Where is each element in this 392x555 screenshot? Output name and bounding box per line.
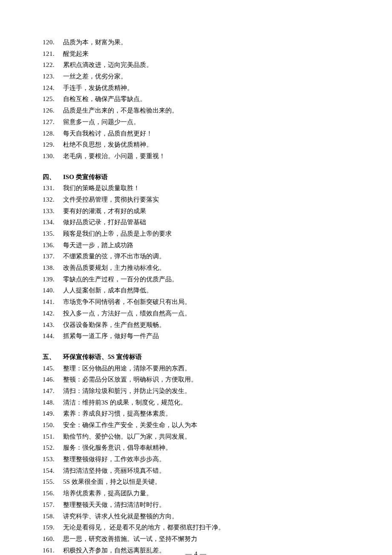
section-5-list: 145.整理：区分物品的用途，清除不要用的东西。146.整顿：必需品分区放置，明… [43,363,349,555]
list-item: 134.做好品质记录，打好品管基础 [43,217,349,228]
list-item: 142.投入多一点，方法好一点，绩效自然高一点。 [43,308,349,319]
item-number: 124. [43,82,63,94]
item-text: 5S 效果很全面，持之以恒是关键。 [63,476,349,488]
item-text: 整顿：必需品分区放置，明确标识，方便取用。 [63,374,349,385]
list-item: 130.老毛病，要根治。小问题，要重视！ [43,150,349,162]
list-item: 150.安全：确保工作生产安全，关爱生命，以人为本 [43,419,349,431]
item-text: 培养优质素养，提高团队力量。 [63,488,349,499]
list-item: 135.顾客是我们的上帝，品质是上帝的要求 [43,228,349,240]
item-number: 128. [43,128,63,139]
heading-text: ISO 类宣传标语 [63,171,349,183]
item-number: 160. [43,533,63,545]
section-4-heading: 四、 ISO 类宣传标语 [43,171,349,183]
item-text: 文件受控易管理，贯彻执行要落实 [63,194,349,205]
item-number: 137. [43,251,63,262]
list-item: 144.抓紧每一道工序，做好每一件产品 [43,330,349,342]
list-item: 154.清扫清洁坚持做，亮丽环境真不错。 [43,465,349,477]
item-number: 123. [43,71,63,82]
item-text: 杜绝不良思想，发扬优质精神。 [63,139,349,150]
item-text: 每天自我检讨，品质自然更好！ [63,128,349,139]
list-item: 160.思一思，研究改善措施。试一试，坚持不懈努力 [43,533,349,545]
list-item: 141.市场竞争不同情弱者，不创新突破只有出局。 [43,296,349,308]
list-item: 128.每天自我检讨，品质自然更好！ [43,128,349,139]
item-text: 醒觉起来 [63,48,349,60]
item-number: 149. [43,408,63,419]
list-item: 156.培养优质素养，提高团队力量。 [43,488,349,499]
list-item: 123.一丝之差，优劣分家。 [43,71,349,82]
item-text: 勤俭节约、爱护公物。以厂为家，共同发展。 [63,431,349,442]
item-number: 122. [43,59,63,71]
item-text: 品质为本，财富为果。 [63,37,349,48]
list-item: 158.讲究科学、讲求人性化就是整顿的方向。 [43,511,349,522]
list-item: 147.清扫：清除垃圾和脏污，并防止污染的发生。 [43,385,349,397]
item-number: 125. [43,93,63,105]
list-item: 122.累积点滴改进，迈向完美品质。 [43,59,349,71]
list-item: 146.整顿：必需品分区放置，明确标识，方便取用。 [43,374,349,385]
item-number: 135. [43,228,63,240]
item-number: 143. [43,319,63,331]
item-text: 无论是看得见， 还是看不见的地方，都要彻底打扫干净。 [63,522,349,533]
item-number: 148. [43,397,63,408]
item-number: 131. [43,182,63,194]
item-number: 127. [43,116,63,128]
item-text: 要有好的灌溉，才有好的成果 [63,205,349,217]
item-number: 120. [43,37,63,48]
section-5-heading: 五、 环保宣传标语、5S 宣传标语 [43,351,349,363]
item-text: 清洁：维持前3S 的成果，制度化，规范化。 [63,397,349,408]
item-number: 126. [43,105,63,116]
item-text: 思一思，研究改善措施。试一试，坚持不懈努力 [63,533,349,545]
list-item: 143.仪器设备勤保养，生产自然更顺畅。 [43,319,349,331]
list-item: 120.品质为本，财富为果。 [43,37,349,48]
item-text: 整理整顿做得好，工作效率步步高。 [63,454,349,465]
item-number: 145. [43,363,63,374]
item-text: 抓紧每一道工序，做好每一件产品 [63,330,349,342]
list-item: 148.清洁：维持前3S 的成果，制度化，规范化。 [43,397,349,408]
item-text: 顾客是我们的上帝，品质是上帝的要求 [63,228,349,240]
item-number: 150. [43,419,63,431]
list-item: 136.每天进一步，踏上成功路 [43,240,349,251]
list-item: 133.要有好的灌溉，才有好的成果 [43,205,349,217]
item-text: 服务：强化服务意识，倡导奉献精神。 [63,442,349,454]
document-page: 120.品质为本，财富为果。121.醒觉起来122.累积点滴改进，迈向完美品质。… [0,0,392,555]
list-item: 121.醒觉起来 [43,48,349,60]
list-item: 127.留意多一点，问题少一点。 [43,116,349,128]
item-text: 自检互检，确保产品零缺点。 [63,93,349,105]
heading-text: 环保宣传标语、5S 宣传标语 [63,351,349,363]
item-number: 141. [43,296,63,308]
item-text: 人人提案创新，成本自然降低。 [63,285,349,296]
heading-number: 五、 [43,351,63,363]
item-text: 仪器设备勤保养，生产自然更顺畅。 [63,319,349,331]
item-text: 不绷紧质量的弦，弹不出市场的调。 [63,251,349,262]
item-text: 留意多一点，问题少一点。 [63,116,349,128]
item-number: 136. [43,240,63,251]
item-text: 品质是生产出来的，不是靠检验出来的。 [63,105,349,116]
item-text: 累积点滴改进，迈向完美品质。 [63,59,349,71]
item-text: 整理：区分物品的用途，清除不要用的东西。 [63,363,349,374]
item-number: 138. [43,262,63,274]
list-item: 155.5S 效果很全面，持之以恒是关键。 [43,476,349,488]
item-number: 152. [43,442,63,454]
item-text: 讲究科学、讲求人性化就是整顿的方向。 [63,511,349,522]
section-3-list: 120.品质为本，财富为果。121.醒觉起来122.累积点滴改进，迈向完美品质。… [43,37,349,162]
item-number: 156. [43,488,63,499]
item-text: 投入多一点，方法好一点，绩效自然高一点。 [63,308,349,319]
list-item: 139.零缺点的生产过程，一百分的优质产品。 [43,274,349,285]
item-number: 142. [43,308,63,319]
item-text: 每天进一步，踏上成功路 [63,240,349,251]
item-number: 146. [43,374,63,385]
item-text: 手连手，发扬优质精神。 [63,82,349,94]
item-number: 158. [43,511,63,522]
list-item: 126.品质是生产出来的，不是靠检验出来的。 [43,105,349,116]
page-number: — 4 — [0,548,392,555]
item-number: 157. [43,499,63,511]
item-text: 老毛病，要根治。小问题，要重视！ [63,150,349,162]
list-item: 129.杜绝不良思想，发扬优质精神。 [43,139,349,150]
list-item: 140.人人提案创新，成本自然降低。 [43,285,349,296]
item-text: 清扫：清除垃圾和脏污，并防止污染的发生。 [63,385,349,397]
list-item: 132.文件受控易管理，贯彻执行要落实 [43,194,349,205]
item-text: 一丝之差，优劣分家。 [63,71,349,82]
list-item: 151.勤俭节约、爱护公物。以厂为家，共同发展。 [43,431,349,442]
item-number: 154. [43,465,63,477]
item-number: 144. [43,330,63,342]
item-text: 改善品质要规划，主力推动标准化。 [63,262,349,274]
